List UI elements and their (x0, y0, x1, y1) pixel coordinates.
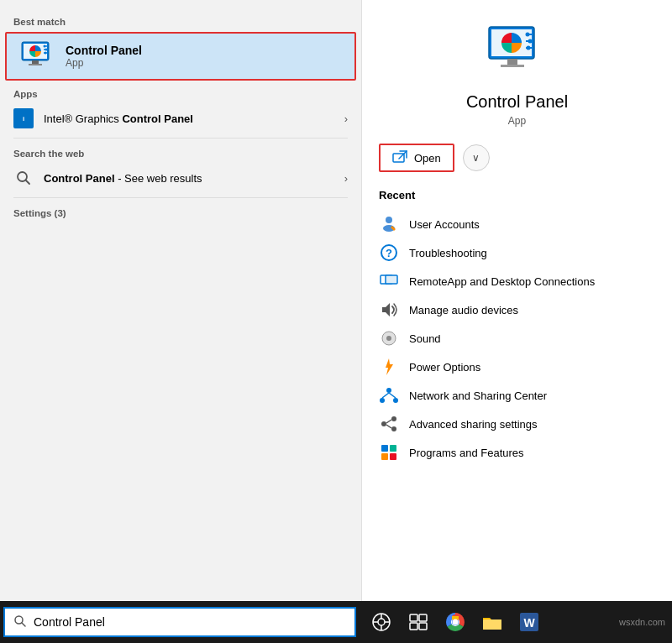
recent-item-sound[interactable]: Sound (379, 324, 655, 353)
snap-layout-button[interactable] (402, 605, 435, 639)
svg-rect-47 (390, 453, 396, 460)
search-web-label-text: Control Panel - See web results (44, 172, 344, 185)
svg-line-12 (26, 180, 30, 185)
recent-item-user-accounts[interactable]: User Accounts (379, 210, 655, 238)
recent-item-advanced-sharing[interactable]: Advanced sharing settings (379, 410, 655, 438)
divider-1 (13, 138, 348, 139)
divider-2 (13, 197, 348, 198)
taskbar-icons: W (365, 605, 546, 639)
open-icon (392, 150, 407, 165)
open-label: Open (414, 152, 441, 165)
svg-point-6 (44, 45, 46, 48)
recent-item-troubleshooting-label: Troubleshooting (409, 247, 487, 259)
svg-rect-2 (32, 60, 39, 64)
wsxdn-text: wsxdn.com (619, 617, 672, 627)
svg-rect-46 (381, 453, 388, 460)
power-icon (379, 357, 399, 377)
recent-item-advanced-sharing-label: Advanced sharing settings (409, 418, 537, 431)
sound-icon (379, 328, 399, 348)
svg-rect-44 (381, 445, 388, 452)
svg-line-49 (22, 623, 25, 626)
svg-rect-57 (419, 614, 427, 621)
svg-point-40 (391, 416, 396, 421)
best-match-label: Best match (0, 10, 361, 30)
svg-rect-65 (483, 619, 501, 630)
intel-app-label: Intel® Graphics Control Panel (44, 112, 344, 125)
remoteapp-icon (379, 271, 399, 291)
svg-point-33 (386, 336, 391, 341)
search-web-suffix: - See web results (115, 172, 202, 185)
settings-label: Settings (3) (0, 201, 361, 222)
svg-rect-16 (501, 65, 524, 67)
svg-rect-15 (507, 59, 517, 65)
svg-point-64 (453, 619, 459, 625)
svg-point-35 (380, 398, 385, 403)
taskbar-search-icon (13, 614, 27, 630)
troubleshooting-icon: ? (379, 243, 399, 263)
recent-item-troubleshooting[interactable]: ? Troubleshooting (379, 238, 655, 267)
svg-point-23 (526, 46, 530, 50)
recent-item-power-label: Power Options (409, 361, 480, 374)
advanced-sharing-icon (379, 414, 399, 434)
svg-point-8 (45, 49, 48, 51)
recent-item-audio[interactable]: Manage audio devices (379, 295, 655, 324)
left-panel: Best match (0, 0, 361, 601)
intel-icon: i (13, 108, 34, 128)
recent-item-remoteapp[interactable]: RemoteApp and Desktop Connections (379, 267, 655, 295)
recent-items-list: User Accounts ? Troubleshooting (379, 210, 655, 467)
programs-icon (379, 442, 399, 463)
svg-line-43 (386, 425, 391, 428)
right-panel: Control Panel App Open ∨ Recent (361, 0, 672, 601)
expand-icon: ∨ (472, 152, 480, 164)
best-match-subtitle: App (66, 57, 142, 69)
app-detail-icon (487, 25, 548, 79)
svg-point-41 (391, 426, 396, 431)
search-icon (13, 168, 34, 188)
open-button-container: Open ∨ (379, 144, 655, 172)
svg-point-10 (45, 52, 47, 55)
search-web-label: Search the web (0, 142, 361, 162)
svg-line-37 (382, 393, 389, 398)
task-view-button[interactable] (365, 605, 398, 639)
search-web-item[interactable]: Control Panel - See web results › (0, 162, 361, 194)
svg-point-26 (386, 217, 392, 223)
intel-arrow-icon: › (344, 112, 348, 125)
intel-app-item[interactable]: i Intel® Graphics Control Panel › (0, 102, 361, 134)
recent-label: Recent (379, 189, 655, 201)
svg-line-38 (389, 393, 396, 398)
recent-item-network[interactable]: Network and Sharing Center (379, 381, 655, 410)
search-web-arrow-icon: › (344, 172, 348, 185)
recent-item-programs[interactable]: Programs and Features (379, 438, 655, 467)
chrome-button[interactable] (438, 605, 472, 639)
apps-label: Apps (0, 82, 361, 102)
word-button[interactable]: W (512, 605, 546, 639)
svg-rect-45 (390, 445, 396, 452)
recent-item-remoteapp-label: RemoteApp and Desktop Connections (409, 275, 595, 288)
recent-item-sound-label: Sound (409, 332, 441, 345)
svg-rect-56 (410, 614, 417, 621)
svg-rect-31 (386, 275, 397, 284)
svg-line-25 (399, 151, 407, 159)
control-panel-icon-large (20, 40, 55, 72)
taskbar-search-text: Control Panel (34, 615, 105, 629)
svg-text:?: ? (386, 247, 392, 259)
taskbar-search-bar[interactable]: Control Panel (3, 607, 356, 637)
svg-rect-3 (29, 64, 42, 65)
app-detail-type: App (379, 115, 655, 127)
recent-item-programs-label: Programs and Features (409, 447, 524, 459)
app-detail-name: Control Panel (379, 92, 655, 112)
search-web-bold: Control Panel (44, 172, 115, 185)
best-match-item[interactable]: Control Panel App (5, 32, 356, 81)
audio-icon (379, 300, 399, 320)
svg-point-51 (378, 619, 385, 625)
taskbar: Control Panel (0, 601, 672, 643)
best-match-title: Control Panel (66, 44, 142, 57)
recent-item-audio-label: Manage audio devices (409, 304, 518, 316)
svg-text:W: W (523, 616, 535, 630)
svg-rect-58 (410, 623, 417, 630)
expand-button[interactable]: ∨ (463, 144, 490, 171)
open-button[interactable]: Open (379, 144, 454, 172)
recent-item-network-label: Network and Sharing Center (409, 389, 547, 402)
recent-item-power[interactable]: Power Options (379, 353, 655, 381)
file-explorer-button[interactable] (475, 605, 509, 639)
